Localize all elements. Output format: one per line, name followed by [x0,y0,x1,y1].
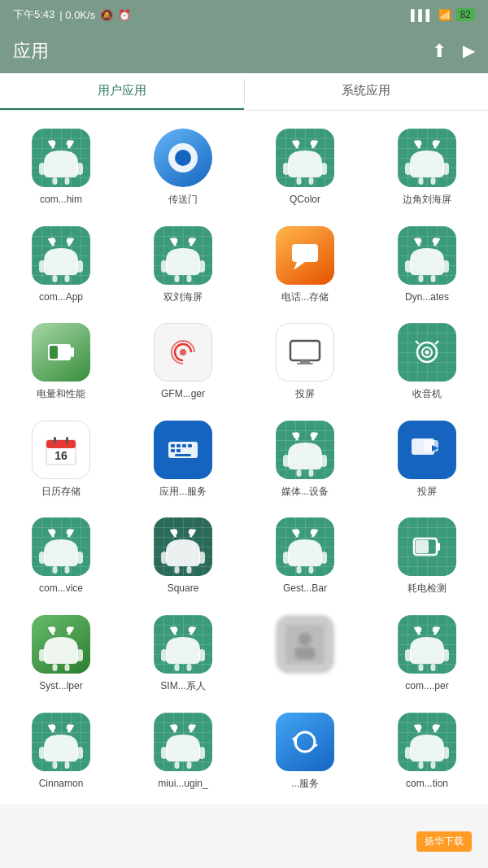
app-item-22[interactable]: SIM...系人 [122,604,244,701]
send-button[interactable]: ▶ [463,41,475,62]
svg-rect-56 [290,341,320,360]
svg-rect-37 [199,260,206,273]
page-title: 应用 [13,39,49,63]
app-label-8: Dyn...ates [405,291,449,304]
header-actions: ⬆ ▶ [432,41,475,62]
svg-rect-47 [443,260,450,273]
svg-rect-12 [283,163,290,175]
svg-rect-21 [443,163,450,175]
svg-rect-160 [443,747,450,759]
svg-rect-95 [161,552,168,564]
svg-rect-53 [71,347,74,357]
app-label-11: 投屏 [295,388,315,401]
mute-icon: 🔕 [100,9,113,21]
app-item-20[interactable]: 耗电检测 [366,506,488,604]
app-label-14: 应用...服务 [159,486,207,499]
svg-rect-144 [65,761,70,769]
app-item-2[interactable]: 传送门 [122,117,244,215]
svg-rect-106 [309,566,314,574]
svg-rect-28 [39,260,46,273]
app-item-8[interactable]: Dyn...ates [366,215,488,312]
app-item-10[interactable]: GFM...ger [122,312,244,409]
svg-rect-38 [175,275,180,282]
svg-rect-2 [39,163,46,175]
app-item-23[interactable] [244,604,366,701]
app-item-14[interactable]: 应用...服务 [122,409,244,507]
svg-point-9 [175,150,191,166]
app-label-13: 日历存储 [41,486,81,499]
app-item-26[interactable]: miui...ugin_ [122,701,244,799]
watermark: 扬华下载 [416,831,472,852]
svg-rect-63 [46,440,76,448]
app-item-7[interactable]: 电话...存储 [244,215,366,312]
app-item-13[interactable]: 16日历存储 [0,409,122,507]
app-item-24[interactable]: com....per [366,604,488,701]
app-item-17[interactable]: com...vice [0,506,122,604]
svg-rect-22 [419,177,424,185]
app-label-16: 投屏 [417,486,437,499]
svg-rect-3 [77,163,84,175]
app-item-15[interactable]: 媒体...设备 [244,409,366,507]
tab-user-apps[interactable]: 用户应用 [0,73,244,110]
svg-rect-142 [77,747,84,759]
svg-rect-110 [437,543,440,551]
app-item-18[interactable]: Square [122,506,244,604]
svg-rect-48 [419,275,424,282]
svg-rect-23 [431,177,436,185]
app-item-19[interactable]: Gest...Bar [244,506,366,604]
svg-rect-84 [424,440,438,451]
svg-rect-64 [54,437,56,443]
app-item-11[interactable]: 投屏 [244,312,366,409]
svg-rect-46 [405,260,412,273]
svg-rect-70 [182,444,186,447]
app-item-21[interactable]: Syst...lper [0,604,122,701]
app-item-9[interactable]: 电量和性能 [0,312,122,409]
app-item-25[interactable]: Cinnamon [0,701,122,799]
app-label-2: 传送门 [168,194,198,207]
svg-rect-105 [297,566,302,574]
status-right: ▌▌▌ 📶 82 [411,8,475,21]
svg-rect-149 [161,747,168,759]
tab-bar: 用户应用 系统应用 [0,73,488,111]
app-item-3[interactable]: QColor [244,117,366,215]
status-time: 下午5:43 [13,7,54,22]
app-item-12[interactable]: 收音机 [366,312,488,409]
app-item-27[interactable]: ...服务 [244,701,366,799]
svg-rect-58 [297,363,313,364]
svg-rect-117 [65,664,70,671]
status-bar: 下午5:43 | 0.0K/s 🔕 ⏰ ▌▌▌ 📶 82 [0,0,488,29]
app-label-12: 收音机 [412,388,442,401]
svg-rect-14 [297,177,302,185]
svg-rect-115 [77,649,84,661]
svg-point-61 [425,351,429,355]
svg-rect-124 [175,664,180,671]
svg-rect-49 [431,275,436,282]
status-network: | 0.0K/s [59,9,95,21]
share-button[interactable]: ⬆ [432,41,447,62]
svg-rect-15 [309,177,314,185]
svg-rect-4 [53,177,58,185]
app-label-18: Square [168,582,199,595]
app-item-16[interactable]: 投屏 [366,409,488,507]
svg-rect-96 [199,552,206,564]
app-item-28[interactable]: com...tion [366,701,488,799]
app-item-6[interactable]: 双刘海屏 [122,215,244,312]
app-item-4[interactable]: 边角刘海屏 [366,117,488,215]
svg-rect-72 [171,449,175,452]
svg-point-55 [180,349,186,355]
svg-rect-133 [405,649,412,661]
svg-rect-65 [66,437,68,443]
tab-system-apps[interactable]: 系统应用 [245,73,489,110]
svg-rect-114 [39,649,46,661]
svg-rect-69 [176,444,181,447]
app-label-21: Syst...lper [39,680,82,693]
app-item-1[interactable]: com...him [0,117,122,215]
svg-rect-87 [39,552,46,564]
svg-rect-103 [283,552,290,564]
app-item-5[interactable]: com...App [0,215,122,312]
status-left: 下午5:43 | 0.0K/s 🔕 ⏰ [13,7,131,22]
svg-rect-150 [199,747,206,759]
svg-rect-135 [419,664,424,671]
svg-rect-39 [187,275,192,282]
svg-rect-122 [161,649,168,661]
